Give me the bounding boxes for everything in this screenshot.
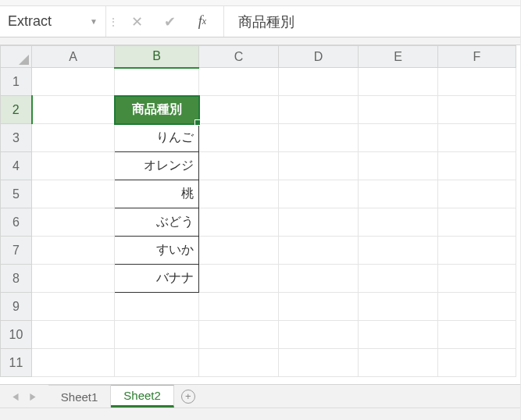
- cell-B3[interactable]: りんご: [115, 124, 199, 152]
- cell-F7[interactable]: [438, 237, 516, 265]
- cell-C7[interactable]: [199, 237, 279, 265]
- cell-B6[interactable]: ぶどう: [115, 208, 199, 237]
- cell-E5[interactable]: [359, 180, 438, 208]
- cell-B8[interactable]: バナナ: [115, 265, 199, 293]
- row-header-7[interactable]: 7: [1, 237, 32, 265]
- cell-B10[interactable]: [115, 321, 199, 349]
- cell-E10[interactable]: [359, 321, 438, 349]
- cell-A11[interactable]: [32, 349, 115, 377]
- column-header-B[interactable]: B: [115, 46, 199, 68]
- column-header-A[interactable]: A: [32, 46, 115, 68]
- cell-E8[interactable]: [359, 265, 438, 293]
- cell-E11[interactable]: [359, 349, 438, 377]
- cell-F8[interactable]: [438, 265, 516, 293]
- cell-F6[interactable]: [438, 208, 516, 237]
- cell-A5[interactable]: [32, 180, 115, 208]
- cell-C8[interactable]: [199, 265, 279, 293]
- row-header-11[interactable]: 11: [1, 349, 32, 377]
- row-header-5[interactable]: 5: [1, 180, 32, 208]
- tab-prev-icon[interactable]: ◄: [11, 389, 20, 403]
- select-all-corner[interactable]: [1, 46, 32, 68]
- row-header-3[interactable]: 3: [1, 124, 32, 152]
- cell-F3[interactable]: [438, 124, 516, 152]
- column-header-C[interactable]: C: [199, 46, 279, 68]
- cancel-icon[interactable]: ✕: [120, 6, 153, 37]
- cell-C3[interactable]: [199, 124, 279, 152]
- cell-D9[interactable]: [279, 293, 359, 321]
- cell-F4[interactable]: [438, 152, 516, 180]
- cell-F5[interactable]: [438, 180, 516, 208]
- row-header-2[interactable]: 2: [1, 96, 32, 124]
- cell-C11[interactable]: [199, 349, 279, 377]
- cell-B1[interactable]: [115, 68, 199, 96]
- cell-D10[interactable]: [279, 321, 359, 349]
- cell-C2[interactable]: [199, 96, 279, 124]
- cell-A9[interactable]: [32, 293, 115, 321]
- tab-next-icon[interactable]: ►: [28, 389, 37, 403]
- row-header-1[interactable]: 1: [1, 68, 32, 96]
- cell-C5[interactable]: [199, 180, 279, 208]
- cell-A10[interactable]: [32, 321, 115, 349]
- cell-D11[interactable]: [279, 349, 359, 377]
- cell-F9[interactable]: [438, 293, 516, 321]
- chevron-down-icon[interactable]: ▼: [87, 17, 101, 26]
- cell-A6[interactable]: [32, 208, 115, 237]
- cell-E1[interactable]: [359, 68, 438, 96]
- cell-E7[interactable]: [359, 237, 438, 265]
- cell-B9[interactable]: [115, 293, 199, 321]
- cell-B5[interactable]: 桃: [115, 180, 199, 208]
- cell-B4[interactable]: オレンジ: [115, 152, 199, 180]
- cell-C6[interactable]: [199, 208, 279, 237]
- cell-A4[interactable]: [32, 152, 115, 180]
- cell-C4[interactable]: [199, 152, 279, 180]
- horizontal-scrollbar[interactable]: [0, 408, 520, 420]
- cell-F1[interactable]: [438, 68, 516, 96]
- enter-check-icon[interactable]: ✔: [153, 6, 186, 37]
- cell-B2[interactable]: 商品種別: [115, 96, 199, 124]
- cell-D8[interactable]: [279, 265, 359, 293]
- cell-F11[interactable]: [438, 349, 516, 377]
- cell-F10[interactable]: [438, 321, 516, 349]
- cell-E6[interactable]: [359, 208, 438, 237]
- cell-C1[interactable]: [199, 68, 279, 96]
- cell-A2[interactable]: [32, 96, 115, 124]
- cell-E2[interactable]: [359, 96, 438, 124]
- tab-nav: ◄ ►: [0, 385, 48, 408]
- cell-D3[interactable]: [279, 124, 359, 152]
- divider-dots-icon: ⋮: [106, 6, 120, 37]
- cell-F2[interactable]: [438, 96, 516, 124]
- formula-input[interactable]: 商品種別: [223, 6, 520, 37]
- column-header-D[interactable]: D: [279, 46, 359, 68]
- add-sheet-button[interactable]: +: [174, 385, 202, 408]
- cell-D6[interactable]: [279, 208, 359, 237]
- cell-A7[interactable]: [32, 237, 115, 265]
- cell-D4[interactable]: [279, 152, 359, 180]
- spreadsheet-grid[interactable]: ABCDEF12商品種別3りんご4オレンジ5桃6ぶどう7すいか8バナナ91011: [0, 45, 520, 377]
- cell-B7[interactable]: すいか: [115, 237, 199, 265]
- cell-C10[interactable]: [199, 321, 279, 349]
- row-header-10[interactable]: 10: [1, 321, 32, 349]
- column-header-F[interactable]: F: [438, 46, 516, 68]
- name-box[interactable]: Extract ▼: [0, 6, 106, 37]
- cell-D1[interactable]: [279, 68, 359, 96]
- formula-value: 商品種別: [238, 12, 294, 31]
- cell-E3[interactable]: [359, 124, 438, 152]
- cell-A8[interactable]: [32, 265, 115, 293]
- cell-C9[interactable]: [199, 293, 279, 321]
- row-header-6[interactable]: 6: [1, 208, 32, 237]
- sheet-tab-sheet2[interactable]: Sheet2: [111, 385, 174, 408]
- cell-E4[interactable]: [359, 152, 438, 180]
- cell-B11[interactable]: [115, 349, 199, 377]
- cell-D7[interactable]: [279, 237, 359, 265]
- row-header-9[interactable]: 9: [1, 293, 32, 321]
- insert-function-icon[interactable]: fx: [186, 6, 219, 37]
- row-header-4[interactable]: 4: [1, 152, 32, 180]
- cell-E9[interactable]: [359, 293, 438, 321]
- cell-D2[interactable]: [279, 96, 359, 124]
- column-header-E[interactable]: E: [359, 46, 438, 68]
- cell-A1[interactable]: [32, 68, 115, 96]
- row-header-8[interactable]: 8: [1, 265, 32, 293]
- sheet-tab-sheet1[interactable]: Sheet1: [48, 385, 112, 408]
- cell-D5[interactable]: [279, 180, 359, 208]
- cell-A3[interactable]: [32, 124, 115, 152]
